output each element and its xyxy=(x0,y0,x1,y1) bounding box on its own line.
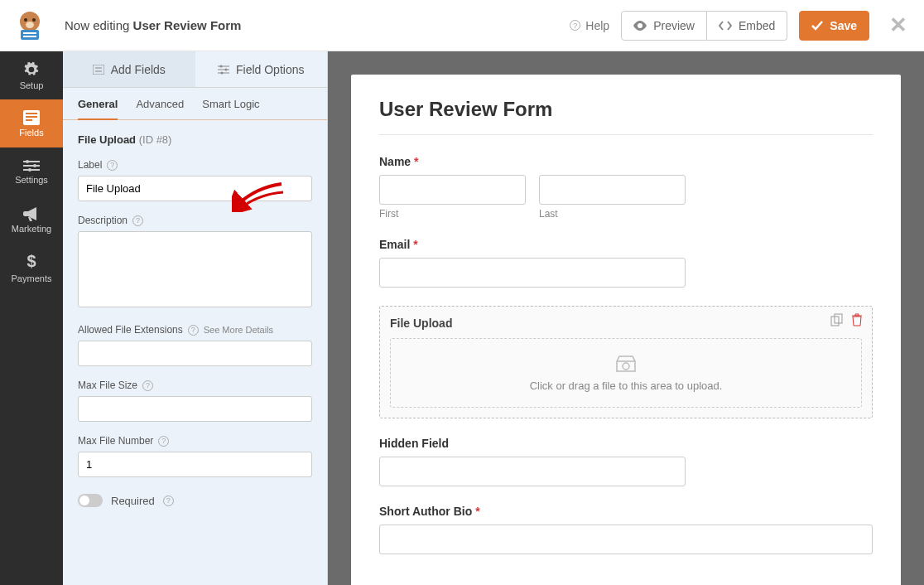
extensions-label: Allowed File Extensions?See More Details xyxy=(78,324,312,336)
required-toggle[interactable] xyxy=(78,494,103,507)
email-input[interactable] xyxy=(379,258,686,288)
eye-icon xyxy=(633,21,647,31)
svg-point-2 xyxy=(32,18,36,22)
subtab-advanced[interactable]: Advanced xyxy=(136,98,184,119)
form-preview: User Review Form Name * First Last Email… xyxy=(351,75,901,585)
svg-point-23 xyxy=(220,65,223,67)
help-icon[interactable]: ? xyxy=(158,436,169,447)
save-button[interactable]: Save xyxy=(799,11,869,41)
svg-rect-8 xyxy=(26,113,37,114)
close-icon[interactable]: ✕ xyxy=(889,12,907,38)
svg-point-16 xyxy=(28,168,31,172)
nav-setup[interactable]: Setup xyxy=(0,51,63,99)
field-hidden[interactable]: Hidden Field xyxy=(379,437,873,486)
svg-rect-4 xyxy=(21,30,39,40)
label-label: Label? xyxy=(78,159,312,171)
max-size-input[interactable] xyxy=(78,396,312,422)
form-icon xyxy=(23,110,40,125)
field-email[interactable]: Email * xyxy=(379,238,873,288)
delete-icon[interactable] xyxy=(850,313,864,326)
help-icon: ? xyxy=(570,20,580,31)
embed-button[interactable]: Embed xyxy=(707,11,787,41)
help-icon[interactable]: ? xyxy=(142,380,153,391)
last-name-input[interactable] xyxy=(539,175,686,205)
code-icon xyxy=(719,21,732,31)
check-icon xyxy=(811,21,823,31)
preview-button[interactable]: Preview xyxy=(621,11,707,41)
upload-icon xyxy=(615,355,637,373)
dollar-icon: $ xyxy=(26,252,36,271)
field-title: File Upload (ID #8) xyxy=(78,133,312,146)
options-icon xyxy=(218,65,229,75)
help-icon[interactable]: ? xyxy=(132,215,143,226)
svg-rect-9 xyxy=(26,116,37,118)
duplicate-icon[interactable] xyxy=(830,313,844,326)
help-link[interactable]: ? Help xyxy=(570,19,609,32)
svg-point-14 xyxy=(26,160,29,163)
upload-hint: Click or drag a file to this area to upl… xyxy=(530,380,723,392)
svg-point-3 xyxy=(26,22,34,28)
logo-icon xyxy=(12,7,48,44)
form-title: User Review Form xyxy=(379,98,873,135)
bio-input[interactable] xyxy=(379,525,873,554)
max-size-label: Max File Size? xyxy=(78,380,312,391)
first-sublabel: First xyxy=(379,208,526,220)
nav-settings[interactable]: Settings xyxy=(0,147,63,196)
description-label: Description? xyxy=(78,215,312,226)
tab-add-fields[interactable]: Add Fields xyxy=(63,51,195,87)
nav-fields[interactable]: Fields xyxy=(0,99,63,147)
field-bio[interactable]: Short Author Bio * xyxy=(379,505,873,554)
first-name-input[interactable] xyxy=(379,175,526,205)
help-icon[interactable]: ? xyxy=(163,496,174,506)
svg-rect-5 xyxy=(23,32,36,34)
hidden-input[interactable] xyxy=(379,457,686,486)
add-fields-icon xyxy=(93,65,104,75)
extensions-input[interactable] xyxy=(78,341,312,366)
svg-rect-6 xyxy=(23,36,36,37)
nav-marketing[interactable]: Marketing xyxy=(0,196,63,244)
last-sublabel: Last xyxy=(539,208,686,220)
canvas: User Review Form Name * First Last Email… xyxy=(328,51,924,585)
subtab-smart-logic[interactable]: Smart Logic xyxy=(202,98,259,119)
svg-point-15 xyxy=(33,164,36,167)
svg-rect-17 xyxy=(93,65,104,75)
editing-label: Now editing User Review Form xyxy=(65,18,241,32)
upload-zone[interactable]: Click or drag a file to this area to upl… xyxy=(390,338,862,408)
help-icon[interactable]: ? xyxy=(188,325,199,336)
tab-field-options[interactable]: Field Options xyxy=(195,51,328,87)
max-number-input[interactable] xyxy=(78,452,312,477)
label-input[interactable] xyxy=(78,176,312,201)
field-file-upload[interactable]: File Upload Click or drag a file to this… xyxy=(379,306,873,418)
required-label: Required xyxy=(111,495,155,507)
svg-point-24 xyxy=(225,68,228,70)
side-panel: Add Fields Field Options General Advance… xyxy=(63,51,328,585)
gear-icon xyxy=(23,61,40,78)
svg-rect-10 xyxy=(26,119,32,121)
nav-payments[interactable]: $ Payments xyxy=(0,244,63,292)
max-number-label: Max File Number? xyxy=(78,435,312,447)
subtab-general[interactable]: General xyxy=(78,98,118,120)
svg-point-1 xyxy=(24,18,27,22)
sliders-icon xyxy=(23,159,40,172)
description-input[interactable] xyxy=(78,231,312,307)
top-bar: Now editing User Review Form ? Help Prev… xyxy=(0,0,924,51)
see-more-link[interactable]: See More Details xyxy=(204,325,273,335)
help-icon[interactable]: ? xyxy=(107,160,118,171)
left-nav: Setup Fields Settings Marketing $ Paymen… xyxy=(0,51,63,585)
svg-point-25 xyxy=(221,71,224,74)
megaphone-icon xyxy=(23,206,40,221)
field-name[interactable]: Name * First Last xyxy=(379,155,873,220)
